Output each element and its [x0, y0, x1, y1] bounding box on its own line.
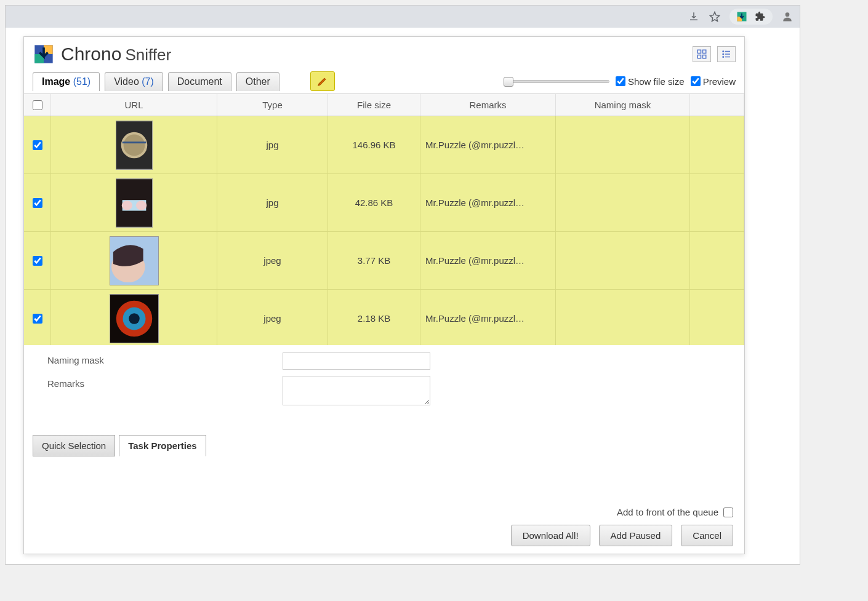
- table-row[interactable]: jpeg 3.77 KB Mr.Puzzle (@mr.puzzl…: [24, 232, 744, 290]
- row-mask: [556, 174, 690, 231]
- queue-toggle[interactable]: Add to front of the queue: [617, 507, 733, 517]
- svg-point-23: [135, 201, 146, 210]
- svg-point-29: [129, 313, 140, 324]
- row-size: 2.18 KB: [328, 290, 420, 345]
- table-body[interactable]: jpg 146.96 KB Mr.Puzzle (@mr.puzzl… jpg …: [24, 116, 744, 345]
- preview-label: Preview: [703, 76, 736, 87]
- remarks-input[interactable]: [283, 376, 430, 405]
- table-row[interactable]: jpg 42.86 KB Mr.Puzzle (@mr.puzzl…: [24, 174, 744, 232]
- preview-checkbox[interactable]: [691, 76, 701, 86]
- row-mask: [556, 232, 690, 289]
- row-checkbox[interactable]: [33, 256, 42, 266]
- filter-tabs-row: Image (51) Video (7) Document Other: [24, 65, 744, 91]
- title-main: Chrono: [61, 44, 121, 65]
- svg-rect-7: [703, 50, 706, 53]
- tab-image-label: Image: [42, 76, 70, 87]
- svg-point-18: [123, 134, 145, 156]
- tab-other-label: Other: [246, 76, 270, 87]
- row-remarks: Mr.Puzzle (@mr.puzzl…: [420, 116, 556, 173]
- row-type: jpg: [217, 116, 328, 173]
- row-size: 42.86 KB: [328, 174, 420, 231]
- size-slider[interactable]: [506, 80, 609, 83]
- edit-filters-button[interactable]: [310, 71, 335, 91]
- file-table: URL Type File size Remarks Naming mask j…: [24, 94, 744, 345]
- table-header: URL Type File size Remarks Naming mask: [24, 94, 744, 116]
- thumbnail-icon: [110, 236, 159, 285]
- star-icon[interactable]: [709, 10, 721, 23]
- tab-image-count: (51): [73, 76, 90, 87]
- table-row[interactable]: jpg 146.96 KB Mr.Puzzle (@mr.puzzl…: [24, 116, 744, 174]
- grid-view-icon[interactable]: [693, 46, 711, 62]
- svg-point-12: [723, 54, 724, 55]
- tab-video[interactable]: Video (7): [105, 72, 163, 91]
- svg-point-22: [121, 201, 132, 210]
- row-checkbox[interactable]: [33, 198, 42, 208]
- row-remarks: Mr.Puzzle (@mr.puzzl…: [420, 290, 556, 345]
- thumbnail-icon: [110, 294, 159, 343]
- col-type[interactable]: Type: [217, 94, 328, 116]
- queue-checkbox[interactable]: [723, 507, 733, 517]
- profile-icon[interactable]: [781, 10, 794, 23]
- table-row[interactable]: jpeg 2.18 KB Mr.Puzzle (@mr.puzzl…: [24, 290, 744, 345]
- svg-point-10: [723, 51, 724, 52]
- svg-point-14: [723, 57, 724, 58]
- row-checkbox[interactable]: [33, 314, 42, 324]
- add-paused-button[interactable]: Add Paused: [599, 525, 673, 546]
- browser-toolbar: [6, 6, 800, 28]
- col-remarks[interactable]: Remarks: [420, 94, 556, 116]
- download-all-button[interactable]: Download All!: [511, 525, 590, 546]
- svg-point-2: [786, 12, 790, 17]
- row-size: 3.77 KB: [328, 232, 420, 289]
- naming-mask-label: Naming mask: [36, 352, 116, 365]
- row-remarks: Mr.Puzzle (@mr.puzzl…: [420, 232, 556, 289]
- sniffer-panel: Chrono Sniffer Image (51) Video: [23, 36, 745, 554]
- remarks-label: Remarks: [36, 376, 116, 389]
- show-file-size-checkbox[interactable]: [616, 76, 625, 86]
- row-mask: [556, 116, 690, 173]
- thumbnail-icon: [116, 121, 153, 170]
- tab-quick-selection[interactable]: Quick Selection: [33, 435, 115, 456]
- tab-task-properties[interactable]: Task Properties: [119, 435, 206, 456]
- tab-video-count: (7): [142, 76, 154, 87]
- chrono-ext-icon[interactable]: [736, 10, 748, 23]
- col-url[interactable]: URL: [51, 94, 217, 116]
- slider-thumb[interactable]: [504, 77, 513, 87]
- show-file-size-label: Show file size: [628, 76, 685, 87]
- row-type: jpg: [217, 174, 328, 231]
- svg-rect-19: [122, 141, 146, 143]
- chrono-logo-icon: [33, 43, 55, 65]
- tab-image[interactable]: Image (51): [33, 72, 100, 91]
- row-type: jpeg: [217, 232, 328, 289]
- panel-title: Chrono Sniffer: [61, 44, 171, 65]
- panel-footer: Add to front of the queue Download All! …: [24, 500, 744, 554]
- row-checkbox[interactable]: [33, 140, 42, 150]
- tab-other[interactable]: Other: [236, 72, 279, 91]
- col-size[interactable]: File size: [328, 94, 420, 116]
- svg-rect-9: [703, 55, 706, 58]
- svg-rect-6: [697, 50, 701, 53]
- browser-window: Chrono Sniffer Image (51) Video: [5, 5, 800, 565]
- tab-document[interactable]: Document: [168, 72, 231, 91]
- col-mask[interactable]: Naming mask: [556, 94, 690, 116]
- panel-header: Chrono Sniffer: [24, 37, 744, 65]
- row-size: 146.96 KB: [328, 116, 420, 173]
- thumbnail-icon: [116, 178, 153, 228]
- cancel-button[interactable]: Cancel: [681, 525, 733, 546]
- show-file-size-toggle[interactable]: Show file size: [616, 76, 685, 87]
- extension-group: [729, 9, 773, 25]
- download-icon[interactable]: [688, 10, 700, 23]
- svg-rect-8: [697, 55, 701, 58]
- extensions-icon[interactable]: [754, 10, 766, 23]
- queue-label: Add to front of the queue: [617, 507, 718, 517]
- row-remarks: Mr.Puzzle (@mr.puzzl…: [420, 174, 556, 231]
- list-view-icon[interactable]: [717, 46, 736, 62]
- preview-toggle[interactable]: Preview: [691, 76, 736, 87]
- naming-mask-input[interactable]: [283, 352, 430, 370]
- title-sub: Sniffer: [125, 46, 171, 65]
- row-type: jpeg: [217, 290, 328, 345]
- row-mask: [556, 290, 690, 345]
- tab-video-label: Video: [114, 76, 139, 87]
- tab-document-label: Document: [177, 76, 222, 87]
- select-all-checkbox[interactable]: [33, 100, 42, 110]
- properties-area: Naming mask Remarks: [24, 345, 744, 410]
